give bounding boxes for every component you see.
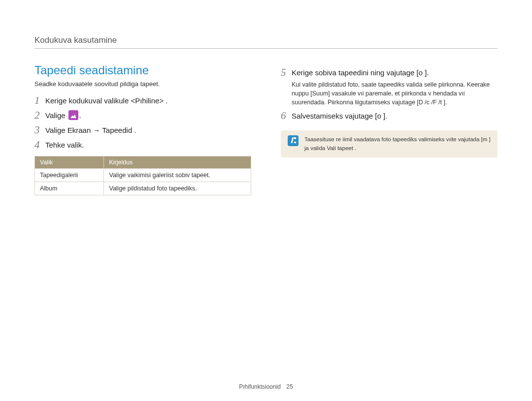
step-text: Kerige kodukuval valikule <Pıhiline> . (45, 94, 251, 106)
page-number: 25 (286, 383, 293, 390)
page-header: Kodukuva kasutamine (34, 35, 498, 49)
option-cell: Tapeedigalerii (35, 168, 104, 182)
info-note: Taasesituse re iimil vaadatava foto tape… (281, 130, 498, 157)
step-4: 4 Tehke valik. (34, 139, 251, 151)
step-number: 5 (281, 66, 292, 78)
table-header-row: Valik Kirjeldus (35, 156, 251, 168)
step-number: 6 (281, 110, 292, 122)
info-icon (288, 135, 299, 146)
content-columns: Tapeedi seadistamine Seadke koduvaatele … (34, 63, 498, 195)
step-2: 2 Valige . (34, 109, 251, 121)
step-number: 3 (34, 124, 45, 136)
step-3: 3 Valige Ekraan → Tapeedid . (34, 124, 251, 136)
options-table: Valik Kirjeldus Tapeedigalerii Valige va… (34, 156, 251, 195)
step-text-prefix: Valige (45, 111, 67, 120)
table-header-option: Valik (35, 156, 104, 168)
breadcrumb: Kodukuva kasutamine (34, 35, 117, 45)
page-footer: Pıhifunktsioonid 25 (0, 383, 532, 390)
gallery-icon (68, 110, 78, 120)
step-number: 4 (34, 139, 45, 151)
step-1: 1 Kerige kodukuval valikule <Pıhiline> . (34, 94, 251, 106)
step-5: 5 Kerige sobiva tapeedini ning vajutage … (281, 66, 498, 107)
option-cell: Album (35, 182, 104, 195)
step-text: Valige Ekraan → Tapeedid . (45, 124, 251, 136)
intro-text: Seadke koduvaatele soovitud pildiga tape… (34, 80, 251, 88)
description-cell: Valige vaikimisi galeriist sobiv tapeet. (104, 168, 251, 182)
step-text: Valige . (45, 109, 251, 121)
step-text: Kerige sobiva tapeedini ning vajutage [o… (292, 66, 498, 107)
step-number: 2 (34, 109, 45, 121)
table-header-description: Kirjeldus (104, 156, 251, 168)
step-subtext: Kui valite pildistatud foto, saate tapee… (292, 80, 498, 107)
section-title: Tapeedi seadistamine (34, 63, 251, 77)
table-row: Tapeedigalerii Valige vaikimisi galeriis… (35, 168, 251, 182)
note-text: Taasesituse re iimil vaadatava foto tape… (304, 135, 491, 153)
step-main: Kerige sobiva tapeedini ning vajutage [o… (292, 68, 429, 77)
table-row: Album Valige pildistatud foto tapeediks. (35, 182, 251, 195)
footer-label: Pıhifunktsioonid (239, 383, 281, 390)
left-column: Tapeedi seadistamine Seadke koduvaatele … (34, 63, 251, 195)
step-number: 1 (34, 94, 45, 106)
right-column: 5 Kerige sobiva tapeedini ning vajutage … (281, 63, 498, 195)
step-text: Salvestamiseks vajutage [o ]. (292, 110, 498, 122)
step-text: Tehke valik. (45, 139, 251, 151)
step-6: 6 Salvestamiseks vajutage [o ]. (281, 110, 498, 122)
description-cell: Valige pildistatud foto tapeediks. (104, 182, 251, 195)
step-text-suffix: . (79, 111, 81, 120)
